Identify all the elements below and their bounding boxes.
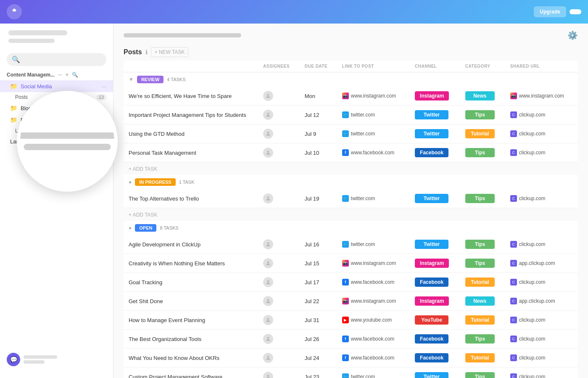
workspace-title: Content Managem... ··· + 🔍 bbox=[0, 69, 113, 80]
task-row[interactable]: Goal Tracking Jul 17 f www.facebook.com … bbox=[124, 273, 578, 292]
category-cell: Tips bbox=[460, 254, 505, 273]
assignees-cell bbox=[258, 254, 300, 273]
link-url: twitter.com bbox=[351, 112, 375, 118]
settings-icon[interactable]: ⚙️ bbox=[567, 30, 578, 40]
category-cell: Tips bbox=[460, 235, 505, 254]
col-category: CATEGORY bbox=[460, 61, 505, 72]
status-toggle-inprogress[interactable]: ● bbox=[129, 179, 132, 185]
avatar-button[interactable] bbox=[570, 9, 581, 14]
link-url: www.facebook.com bbox=[351, 336, 394, 342]
link-url: www.facebook.com bbox=[351, 150, 394, 156]
channel-cell: Instagram bbox=[410, 292, 460, 311]
link-url: twitter.com bbox=[351, 131, 375, 137]
category-cell: Tips bbox=[460, 330, 505, 349]
sidebar-search[interactable]: 🔍 bbox=[7, 53, 106, 66]
category-cell: Tutorial bbox=[460, 273, 505, 292]
add-task-button[interactable]: + ADD TASK bbox=[129, 166, 158, 172]
task-name: We're so Efficient, We Have Time to Spar… bbox=[124, 87, 258, 106]
shared-url-cell: C clickup.com bbox=[505, 311, 578, 330]
assignee-avatar bbox=[263, 315, 273, 325]
category-cell: Tutorial bbox=[460, 349, 505, 367]
task-row[interactable]: Agile Development in ClickUp Jul 16 🐦 tw… bbox=[124, 235, 578, 254]
category-cell: Tips bbox=[460, 143, 505, 162]
status-header-open: ● OPEN 8 TASKS bbox=[124, 221, 578, 235]
status-badge-open: OPEN bbox=[135, 224, 156, 232]
new-task-button[interactable]: + NEW TASK bbox=[151, 47, 189, 57]
channel-cell: Facebook bbox=[410, 349, 460, 367]
table-body: ▼ REVIEW 4 TASKS We're so Efficient, We … bbox=[124, 72, 578, 378]
task-row[interactable]: The Best Organizational Tools Jul 26 f w… bbox=[124, 330, 578, 349]
col-assignees: ASSIGNEES bbox=[258, 61, 300, 72]
due-date-cell: Jul 10 bbox=[300, 143, 337, 162]
category-cell: Tutorial bbox=[460, 124, 505, 143]
sidebar-placeholder-bar2 bbox=[8, 39, 55, 43]
chat-bubble[interactable]: 💬 bbox=[7, 353, 20, 366]
status-toggle-review[interactable]: ▼ bbox=[129, 77, 134, 82]
workspace-dots[interactable]: ··· bbox=[58, 72, 62, 78]
app-logo[interactable] bbox=[7, 4, 22, 19]
social-media-dots[interactable]: ··· bbox=[102, 83, 106, 90]
task-name: Creativity is When Nothing Else Matters bbox=[124, 254, 258, 273]
add-task-button[interactable]: + ADD TASK bbox=[129, 212, 158, 218]
status-count-review: 4 TASKS bbox=[167, 77, 185, 82]
task-row[interactable]: Personal Task Management Jul 10 f www.fa… bbox=[124, 143, 578, 162]
task-row[interactable]: Important Project Management Tips for St… bbox=[124, 106, 578, 124]
category-cell: Tips bbox=[460, 106, 505, 124]
workspace-search[interactable]: 🔍 bbox=[72, 72, 78, 78]
task-name: The Best Organizational Tools bbox=[124, 330, 258, 349]
shared-url-cell: C clickup.com bbox=[505, 330, 578, 349]
link-to-post-cell: 📷 www.instagram.com bbox=[337, 87, 410, 106]
assignee-avatar bbox=[263, 91, 273, 101]
task-name: Agile Development in ClickUp bbox=[124, 235, 258, 254]
workspace-add[interactable]: + bbox=[66, 72, 69, 78]
link-url: www.facebook.com bbox=[351, 279, 394, 285]
link-url: www.youtube.com bbox=[351, 317, 392, 323]
task-row[interactable]: Get Shit Done Jul 22 📷 www.instagram.com… bbox=[124, 292, 578, 311]
category-badge: Tips bbox=[465, 334, 495, 344]
svg-point-5 bbox=[267, 242, 269, 244]
category-badge: Tips bbox=[465, 259, 495, 268]
section-info-icon[interactable]: ℹ bbox=[145, 49, 148, 56]
category-cell: Tutorial bbox=[460, 311, 505, 330]
shared-url-cell: C clickup.com bbox=[505, 349, 578, 367]
magnifier-overlay bbox=[17, 91, 118, 192]
svg-point-10 bbox=[267, 337, 269, 339]
link-url: www.facebook.com bbox=[351, 355, 394, 361]
sidebar-item-social-media[interactable]: 📁 Social Media ··· bbox=[0, 80, 113, 92]
category-cell: News bbox=[460, 87, 505, 106]
link-to-post-cell: 🐦 twitter.com bbox=[337, 106, 410, 124]
sidebar-footer: 💬 bbox=[0, 348, 113, 371]
channel-cell: Facebook bbox=[410, 143, 460, 162]
task-name: How to Manage Event Planning bbox=[124, 311, 258, 330]
channel-cell: Twitter bbox=[410, 124, 460, 143]
category-badge: Tips bbox=[465, 110, 495, 119]
link-to-post-cell: 🐦 twitter.com bbox=[337, 235, 410, 254]
link-to-post-cell: f www.facebook.com bbox=[337, 273, 410, 292]
assignee-avatar bbox=[263, 148, 273, 158]
status-count-open: 8 TASKS bbox=[160, 225, 178, 230]
status-toggle-open[interactable]: ● bbox=[129, 225, 132, 231]
task-row[interactable]: Creativity is When Nothing Else Matters … bbox=[124, 254, 578, 273]
assignee-avatar bbox=[263, 129, 273, 139]
channel-badge: Facebook bbox=[415, 148, 448, 157]
task-row[interactable]: We're so Efficient, We Have Time to Spar… bbox=[124, 87, 578, 106]
shared-url: clickup.com bbox=[519, 355, 546, 361]
shared-url-cell: C clickup.com bbox=[505, 143, 578, 162]
upgrade-button[interactable]: Upgrade bbox=[534, 6, 566, 17]
link-to-post-cell: ▶ www.youtube.com bbox=[337, 311, 410, 330]
task-name: What You Need to Know About OKRs bbox=[124, 349, 258, 367]
task-row[interactable]: What You Need to Know About OKRs Jul 24 … bbox=[124, 349, 578, 367]
task-row[interactable]: The Top Alternatives to Trello Jul 19 🐦 … bbox=[124, 189, 578, 208]
due-date-cell: Jul 16 bbox=[300, 235, 337, 254]
task-row[interactable]: Using the GTD Method Jul 9 🐦 twitter.com… bbox=[124, 124, 578, 143]
channel-cell: Instagram bbox=[410, 87, 460, 106]
link-url: twitter.com bbox=[351, 241, 375, 247]
shared-url: clickup.com bbox=[519, 131, 546, 137]
task-row[interactable]: Custom Project Management Software Jul 2… bbox=[124, 367, 578, 378]
category-cell: Tips bbox=[460, 367, 505, 378]
assignee-avatar bbox=[263, 193, 273, 204]
content-area: Posts ℹ + NEW TASK ASSIGNEES DUE DATE LI… bbox=[113, 40, 588, 378]
assignees-cell bbox=[258, 367, 300, 378]
channel-badge: Facebook bbox=[415, 278, 448, 287]
task-row[interactable]: How to Manage Event Planning Jul 31 ▶ ww… bbox=[124, 311, 578, 330]
